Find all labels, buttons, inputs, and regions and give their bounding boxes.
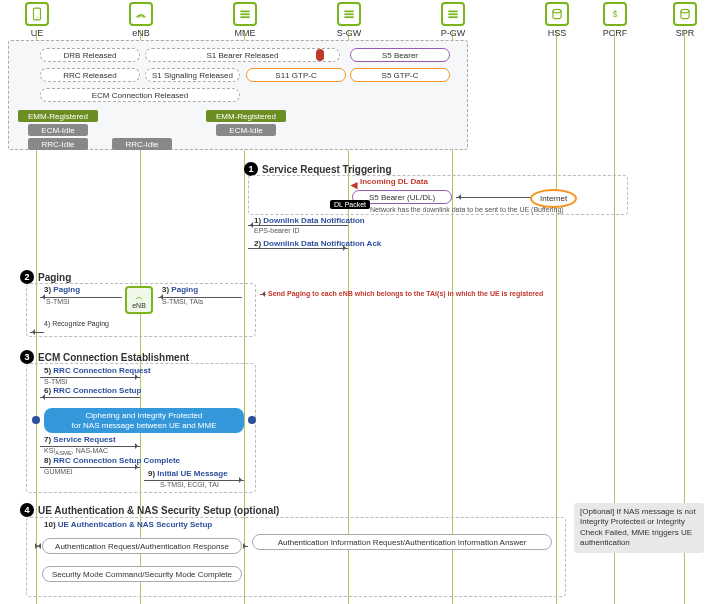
actor-enb: eNB (126, 2, 156, 38)
section-2-title: 2Paging (20, 270, 71, 284)
s1-bearer-released: S1 Bearer Released (145, 48, 340, 62)
auth-info-req: Authentication Information Request/Authe… (252, 534, 552, 550)
svg-rect-9 (448, 13, 457, 15)
msg-8: 8) RRC Connection Setup Complete (44, 456, 180, 465)
actor-mme: MME (230, 2, 260, 38)
mme-ecm-state: ECM-Idle (216, 124, 276, 136)
stop-indicator-icon (316, 49, 324, 61)
paging-note: Send Paging to each eNB which belongs to… (268, 290, 543, 297)
auth-arrow-l (36, 546, 40, 547)
drb-released: DRB Released (40, 48, 140, 62)
optional-note: [Optional] If NAS message is not Integri… (574, 503, 704, 553)
svg-rect-6 (344, 13, 353, 15)
actor-spr: SPR (670, 2, 700, 38)
section-1-title: 1Service Request Triggering (244, 162, 392, 176)
msg-4: 4) Recognize Paging (44, 320, 109, 327)
banner-dot-right (248, 416, 256, 424)
ue-ecm-state: ECM-Idle (28, 124, 88, 136)
ddn-arrow (248, 225, 348, 226)
svg-rect-7 (344, 16, 353, 18)
msg-7-sub: KSIASME, NAS-MAC (44, 447, 108, 456)
svg-rect-3 (240, 13, 249, 15)
sec-mode: Security Mode Command/Security Mode Comp… (42, 566, 242, 582)
msg-3b: 3) Paging (162, 285, 198, 294)
s5-gtpc: S5 GTP-C (350, 68, 450, 82)
msg-5-sub: S-TMSI (44, 378, 68, 385)
svg-rect-8 (448, 11, 457, 13)
section-3-title: 3ECM Connection Establishment (20, 350, 189, 364)
svg-rect-5 (344, 11, 353, 13)
msg-3a-sub: S-TMSI (46, 298, 70, 305)
s5-bearer: S5 Bearer (350, 48, 450, 62)
ciphering-banner: Ciphering and Integrity Protectedfor NAS… (44, 408, 244, 433)
ue-emm-state: EMM-Registered (18, 110, 98, 122)
svg-rect-10 (448, 16, 457, 18)
msg-3b-sub: S-TMSI, TAIs (162, 298, 203, 305)
msg-9: 9) Initial UE Message (148, 469, 228, 478)
auth-arrow-r (244, 546, 248, 547)
msg-10: 10) UE Authentication & NAS Security Set… (44, 520, 212, 529)
msg-1: 1) Downlink Data Notification (254, 216, 365, 225)
s1-signaling-released: S1 Signaling Released (145, 68, 240, 82)
enb-paging-icon: eNB (125, 286, 153, 314)
msg-6: 6) RRC Connection Setup (44, 386, 141, 395)
actor-sgw: S-GW (334, 2, 364, 38)
enb-rrc-state: RRC-Idle (112, 138, 172, 150)
svg-point-1 (36, 17, 37, 18)
svg-point-11 (553, 9, 561, 13)
dl-packet-badge: DL Packet (330, 200, 370, 209)
actor-ue: UE (22, 2, 52, 38)
msg-2: 2) Downlink Data Notification Ack (254, 239, 381, 248)
rrc-setup-arrow (40, 397, 140, 398)
section-4-box (26, 517, 566, 597)
ddn-ack-arrow (248, 248, 348, 249)
recognize-arrow (30, 332, 44, 333)
sequence-diagram: UE eNB MME S-GW P-GW HSS $PCRF SPR DRB R… (0, 0, 710, 604)
ue-rrc-state: RRC-Idle (28, 138, 88, 150)
internet-arrow (456, 197, 531, 198)
buffering-note: Network has the downlink data to be sent… (370, 206, 564, 213)
msg-3a: 3) Paging (44, 285, 80, 294)
msg-1-sub: EPS-bearer ID (254, 227, 300, 234)
svg-rect-2 (240, 11, 249, 13)
actor-pgw: P-GW (438, 2, 468, 38)
banner-dot-left (32, 416, 40, 424)
section-4-title: 4UE Authentication & NAS Security Setup … (20, 503, 279, 517)
msg-8-sub: GUMMEI (44, 468, 73, 475)
ecm-released: ECM Connection Released (40, 88, 240, 102)
svg-text:$: $ (613, 10, 618, 19)
actor-hss: HSS (542, 2, 572, 38)
incoming-dl-data: Incoming DL Data (360, 177, 428, 186)
msg-9-sub: S-TMSI, ECGI, TAI (160, 481, 219, 488)
actor-pcrf: $PCRF (600, 2, 630, 38)
msg-5: 5) RRC Connection Request (44, 366, 151, 375)
paging-note-arrow (260, 294, 266, 295)
mme-emm-state: EMM-Registered (206, 110, 286, 122)
svg-point-13 (681, 9, 689, 13)
svg-rect-4 (240, 16, 249, 18)
rrc-released: RRC Released (40, 68, 140, 82)
auth-req-resp: Authentication Request/Authentication Re… (42, 538, 242, 554)
s11-gtpc: S11 GTP-C (246, 68, 346, 82)
msg-7: 7) Service Request (44, 435, 116, 444)
